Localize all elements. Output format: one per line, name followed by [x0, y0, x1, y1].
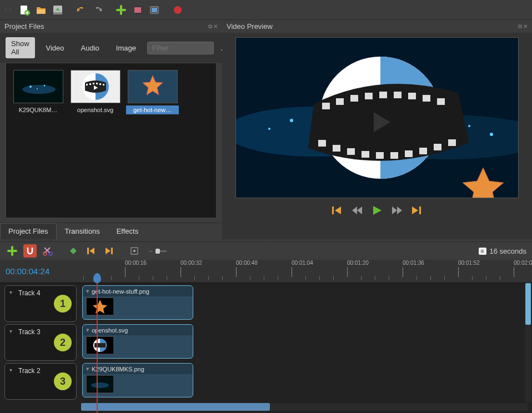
svg-rect-35 — [379, 92, 387, 98]
track-header[interactable]: ▾Track 32 — [4, 324, 77, 361]
tab-project-files[interactable]: Project Files — [0, 223, 57, 239]
svg-point-61 — [91, 382, 109, 388]
timeline-scale-chip[interactable]: ≡ — [479, 248, 486, 255]
track-body[interactable]: ▾get-hot-new-stuff.png — [80, 285, 528, 322]
chevron-down-icon[interactable]: ▾ — [86, 326, 89, 334]
svg-rect-6 — [134, 13, 141, 14]
file-item[interactable]: get-hot-new… — [126, 69, 179, 115]
file-thumbnail — [128, 70, 178, 103]
zoom-slider[interactable]: − — [149, 247, 167, 255]
track-header[interactable]: ▾Track 41 — [4, 285, 77, 322]
close-panel-icon[interactable]: ✕ — [523, 23, 528, 30]
zoom-seconds-label: 16 seconds — [490, 247, 527, 255]
file-item[interactable]: K29QUK8M… — [12, 69, 64, 115]
timeline-clip[interactable]: ▾K29QUK8MKS.png — [82, 363, 193, 397]
track-body[interactable]: ▾K29QUK8MKS.png — [80, 363, 528, 400]
video-preview-header: Video Preview ⧉ ✕ — [222, 20, 532, 33]
track-header[interactable]: ▾Track 23 — [4, 363, 77, 400]
open-project-button[interactable] — [34, 3, 48, 17]
snap-button[interactable] — [23, 244, 37, 258]
svg-rect-46 — [405, 150, 413, 157]
svg-point-29 — [490, 133, 493, 136]
undo-button[interactable] — [74, 3, 88, 17]
timeline-clip[interactable]: ▾get-hot-new-stuff.png — [82, 285, 193, 320]
center-playhead-button[interactable] — [128, 244, 141, 258]
jump-end-button[interactable] — [411, 205, 423, 215]
video-preview-title: Video Preview — [227, 22, 273, 31]
file-label: get-hot-new… — [126, 105, 179, 114]
svg-point-26 — [290, 119, 293, 122]
svg-point-28 — [468, 125, 470, 127]
save-project-button[interactable] — [51, 3, 64, 17]
chevron-down-icon[interactable]: ▾ — [9, 328, 12, 334]
ruler-tick: 00:01:04 — [292, 260, 313, 277]
track-body[interactable]: ▾openshot.svg — [80, 324, 528, 361]
playhead-icon[interactable] — [93, 273, 101, 283]
svg-rect-54 — [87, 248, 89, 254]
clip-thumbnail — [86, 298, 114, 315]
tab-transitions[interactable]: Transitions — [57, 223, 108, 239]
zoom-out-icon[interactable]: − — [149, 247, 153, 255]
close-panel-icon[interactable]: ✕ — [213, 23, 218, 30]
svg-point-9 — [174, 6, 182, 14]
project-files-grid[interactable]: K29QUK8M… openshot.svg get-hot-new… — [6, 63, 217, 218]
timeline-clip[interactable]: ▾openshot.svg — [82, 324, 193, 359]
svg-rect-36 — [394, 92, 401, 98]
chevron-down-icon[interactable]: ▾ — [86, 288, 89, 295]
svg-rect-44 — [376, 152, 384, 159]
svg-rect-42 — [347, 148, 355, 155]
filter-video[interactable]: Video — [41, 42, 70, 54]
track-label: Track 2 — [18, 367, 41, 375]
project-files-header: Project Files ⧉ ✕ — [0, 20, 222, 33]
add-marker-button[interactable] — [67, 244, 80, 258]
next-marker-button[interactable] — [102, 244, 116, 258]
redo-button[interactable] — [91, 3, 104, 17]
razor-button[interactable] — [41, 244, 54, 258]
timeline-ruler[interactable]: 00:00:1600:00:3200:00:4800:01:0400:01:20… — [81, 260, 532, 283]
svg-point-27 — [268, 128, 270, 130]
svg-point-15 — [37, 88, 38, 89]
import-files-button[interactable] — [114, 3, 128, 17]
file-label: K29QUK8M… — [12, 105, 64, 114]
ruler-tick: 00:01:36 — [403, 260, 424, 277]
svg-rect-21 — [99, 83, 101, 85]
svg-point-14 — [43, 85, 45, 87]
play-button[interactable] — [371, 205, 383, 216]
svg-rect-49 — [448, 139, 456, 146]
svg-rect-33 — [350, 95, 358, 102]
dock-icon[interactable]: ⧉ — [208, 23, 212, 30]
chevron-down-icon[interactable]: ▾ — [9, 367, 12, 373]
filter-image[interactable]: Image — [111, 42, 142, 54]
jump-start-button[interactable] — [331, 205, 343, 215]
track-number-badge: 1 — [54, 295, 72, 313]
new-project-button[interactable] — [18, 3, 31, 17]
svg-rect-51 — [419, 206, 421, 214]
svg-rect-48 — [434, 144, 441, 150]
filter-input[interactable] — [147, 42, 214, 54]
dock-icon[interactable]: ⧉ — [518, 23, 522, 30]
chevron-down-icon[interactable]: ▾ — [9, 289, 12, 295]
horizontal-scrollbar[interactable] — [81, 403, 528, 411]
export-video-button[interactable] — [171, 3, 184, 17]
chevron-down-icon[interactable]: ▾ — [86, 365, 89, 372]
fast-forward-button[interactable] — [391, 205, 403, 215]
current-time-display: 00:00:04:24 — [0, 260, 81, 283]
svg-rect-20 — [96, 83, 98, 84]
filter-audio[interactable]: Audio — [76, 42, 105, 54]
svg-point-12 — [22, 85, 56, 94]
choose-profile-button[interactable] — [131, 3, 144, 17]
prev-marker-button[interactable] — [84, 244, 98, 258]
toolbar-grip-icon: ⋮⋮ — [3, 9, 13, 11]
rewind-button[interactable] — [351, 205, 363, 215]
preview-canvas[interactable] — [235, 37, 519, 198]
svg-rect-38 — [423, 95, 430, 102]
ruler-tick: 00:00:32 — [180, 260, 202, 277]
file-item[interactable]: openshot.svg — [69, 69, 122, 115]
tab-effects[interactable]: Effects — [108, 223, 147, 239]
fullscreen-button[interactable] — [148, 3, 161, 17]
project-files-title: Project Files — [4, 22, 44, 31]
svg-rect-17 — [86, 84, 88, 85]
filter-show-all[interactable]: Show All — [6, 37, 35, 58]
add-track-button[interactable] — [6, 244, 19, 258]
svg-rect-40 — [318, 140, 326, 147]
